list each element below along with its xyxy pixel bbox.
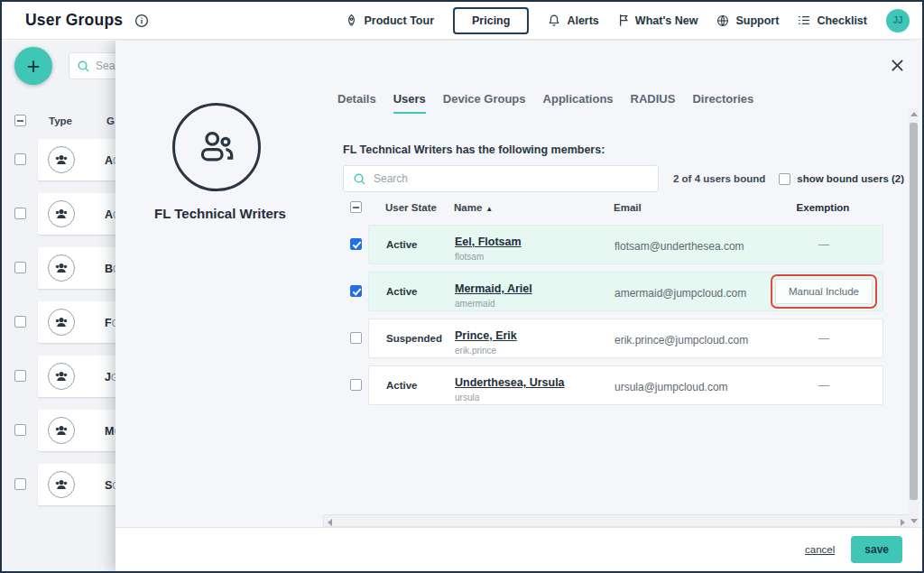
- members-search[interactable]: [343, 165, 659, 192]
- group-name-letter: M: [105, 425, 114, 438]
- group-row-checkbox[interactable]: [14, 424, 26, 436]
- user-row-checkbox[interactable]: [350, 285, 362, 297]
- list-item: MG: [2, 410, 116, 451]
- group-row-card[interactable]: MG: [38, 410, 116, 451]
- user-name-cell: Mermaid, Ariel amermaid: [455, 280, 532, 309]
- members-search-input[interactable]: [374, 172, 649, 185]
- user-email: ursula@jumpcloud.com: [614, 381, 728, 393]
- search-icon: [353, 172, 366, 186]
- scrollbar-thumb[interactable]: [910, 123, 918, 500]
- user-name-link[interactable]: Prince, Erik: [455, 329, 517, 342]
- table-row: Suspended Prince, Erik erik.prince erik.…: [341, 319, 906, 358]
- save-button[interactable]: save: [851, 536, 902, 563]
- group-row-checkbox[interactable]: [14, 370, 26, 382]
- group-avatar-icon: [48, 146, 75, 173]
- user-state-column-header: User State: [385, 202, 437, 213]
- close-icon[interactable]: [888, 56, 906, 74]
- group-row-checkbox[interactable]: [14, 316, 26, 328]
- scroll-left-icon[interactable]: [328, 519, 332, 526]
- exemption-cell: —: [734, 366, 914, 404]
- user-row-checkbox[interactable]: [350, 332, 362, 344]
- info-icon[interactable]: [134, 14, 149, 28]
- user-row-card: Active Mermaid, Ariel amermaid amermaid@…: [368, 272, 883, 311]
- sidebar-rows: AG AG BG FG: [2, 139, 116, 518]
- user-group-modal: FL Technical Writers Details Users Devic…: [116, 41, 922, 571]
- user-name-link[interactable]: Underthesea, Ursula: [455, 376, 565, 389]
- pricing-button[interactable]: Pricing: [453, 7, 529, 34]
- scroll-right-icon[interactable]: [901, 519, 905, 526]
- show-bound-users-checkbox[interactable]: [779, 173, 790, 185]
- vertical-scrollbar[interactable]: [909, 108, 919, 527]
- header-nav: Product Tour Pricing Alerts Wha: [346, 7, 922, 34]
- email-column-header: Email: [614, 202, 642, 213]
- user-name-link[interactable]: Eel, Flotsam: [455, 236, 522, 248]
- user-avatar[interactable]: JJ: [886, 9, 910, 32]
- name-column-header[interactable]: Name▲: [454, 202, 493, 213]
- nav-label: Alerts: [567, 14, 598, 27]
- select-all-groups-checkbox[interactable]: [14, 115, 26, 126]
- nav-alerts[interactable]: Alerts: [548, 14, 598, 27]
- user-name-link[interactable]: Mermaid, Ariel: [455, 282, 532, 295]
- flag-icon: [618, 14, 629, 27]
- type-column-header: Type: [49, 116, 72, 126]
- users-table-header: User State Name▲ Email Exemption: [341, 200, 906, 217]
- bound-users-summary: 2 of 4 users bound: [673, 173, 765, 184]
- sidebar-search[interactable]: [69, 52, 116, 79]
- nav-label: Support: [735, 14, 779, 27]
- app-window: User Groups Product Tour Pricing: [0, 0, 924, 573]
- tab-details[interactable]: Details: [337, 92, 376, 114]
- cancel-button[interactable]: cancel: [805, 544, 835, 555]
- nav-support[interactable]: Support: [716, 14, 779, 27]
- group-name-letter: B: [105, 263, 113, 275]
- bell-icon: [548, 14, 560, 27]
- members-search-row: 2 of 4 users bound show bound users (2): [343, 165, 908, 192]
- tab-radius[interactable]: RADIUS: [631, 92, 676, 114]
- nav-checklist[interactable]: Checklist: [798, 14, 867, 27]
- nav-whats-new[interactable]: What's New: [618, 14, 698, 27]
- tab-directories[interactable]: Directories: [692, 92, 753, 114]
- exemption-value: —: [818, 332, 829, 345]
- sidebar-search-input[interactable]: [96, 60, 116, 72]
- horizontal-scrollbar[interactable]: [323, 514, 910, 527]
- exemption-value: —: [818, 238, 829, 251]
- username: flotsam: [455, 252, 522, 262]
- tab-device-groups[interactable]: Device Groups: [443, 92, 526, 114]
- group-row-checkbox[interactable]: [14, 478, 26, 490]
- select-all-users-checkbox[interactable]: [350, 201, 362, 213]
- group-row-card[interactable]: BG: [38, 247, 116, 289]
- user-row-checkbox[interactable]: [350, 379, 362, 391]
- group-avatar-icon: [48, 471, 75, 498]
- tab-users[interactable]: Users: [393, 92, 426, 114]
- scroll-up-icon[interactable]: [910, 112, 918, 116]
- scroll-down-icon[interactable]: [910, 519, 918, 523]
- nav-label: What's New: [635, 14, 698, 27]
- manual-include-badge: Manual Include: [775, 279, 873, 304]
- group-row-checkbox[interactable]: [14, 153, 26, 165]
- group-row-card[interactable]: JG: [38, 356, 116, 397]
- group-row-card[interactable]: SG: [38, 464, 116, 505]
- tab-applications[interactable]: Applications: [543, 92, 614, 114]
- show-bound-users-toggle[interactable]: show bound users (2): [779, 173, 904, 185]
- top-header: User Groups Product Tour Pricing: [2, 2, 922, 40]
- username: ursula: [455, 393, 565, 402]
- group-row-checkbox[interactable]: [14, 262, 26, 273]
- nav-label: Product Tour: [364, 14, 434, 27]
- search-icon: [77, 60, 90, 73]
- nav-product-tour[interactable]: Product Tour: [346, 14, 434, 27]
- modal-footer: cancel save: [116, 527, 922, 571]
- user-state: Active: [386, 239, 418, 250]
- user-group-icon: [172, 103, 261, 191]
- table-row: Active Eel, Flotsam flotsam flotsam@unde…: [341, 225, 906, 264]
- group-summary-panel: FL Technical Writers: [116, 41, 325, 275]
- group-row-checkbox[interactable]: [14, 208, 26, 219]
- add-group-button[interactable]: +: [14, 47, 52, 85]
- members-heading: FL Technical Writers has the following m…: [343, 143, 605, 156]
- show-bound-users-label: show bound users (2): [797, 173, 904, 184]
- user-row-checkbox[interactable]: [350, 238, 362, 250]
- users-table-body: Active Eel, Flotsam flotsam flotsam@unde…: [341, 225, 906, 412]
- group-row-card[interactable]: AG: [38, 139, 116, 180]
- globe-icon: [716, 14, 729, 27]
- group-name-letter: F: [105, 317, 112, 329]
- group-row-card[interactable]: FG: [38, 301, 116, 343]
- group-row-card[interactable]: AG: [38, 193, 116, 235]
